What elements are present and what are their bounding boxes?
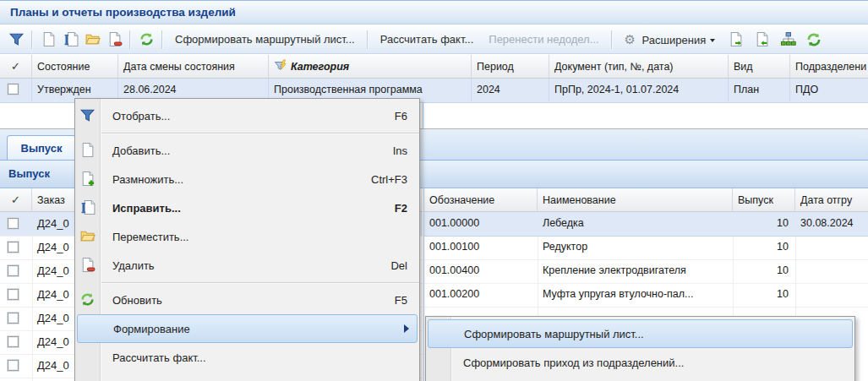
menu-separator: [75, 282, 419, 284]
menu-item-refresh[interactable]: ОбновитьF5: [75, 286, 419, 314]
submenu-arrow-icon: [404, 324, 409, 333]
column-header-kind[interactable]: Вид: [729, 55, 790, 79]
edit-document-icon: [79, 199, 96, 218]
plans-grid-header: ✓ Состояние Дата смены состояния Категор…: [0, 55, 868, 79]
move-folder-icon: [79, 228, 96, 247]
toolbar-separator: [31, 30, 33, 49]
column-header-code[interactable]: Обозначение: [424, 188, 538, 212]
formation-submenu: Сформировать маршрутный лист... Сформиро…: [425, 316, 855, 381]
filter-button[interactable]: [6, 30, 26, 50]
menu-item-filter[interactable]: Отобрать...F6: [75, 101, 419, 130]
submenu-item-route-sheet[interactable]: Сформировать маршрутный лист...: [428, 319, 853, 348]
column-header-check[interactable]: ✓: [0, 55, 32, 79]
window-title-bar: Планы и отчеты производства изделий: [0, 1, 868, 24]
menu-separator: [75, 133, 419, 134]
window-title: Планы и отчеты производства изделий: [10, 6, 236, 19]
panel-divider: [423, 102, 423, 128]
row-checkbox[interactable]: [8, 360, 19, 371]
column-header-department[interactable]: Подразделени: [790, 55, 868, 79]
toolbar: Сформировать маршрутный лист... Рассчита…: [0, 25, 868, 54]
delete-button[interactable]: [104, 30, 124, 50]
row-checkbox[interactable]: [8, 84, 19, 95]
cell-kind: План: [729, 79, 790, 101]
menu-item-edit[interactable]: Исправить...F2: [75, 193, 419, 222]
duplicate-document-icon: [79, 171, 96, 189]
toolbar-separator: [161, 30, 163, 49]
submenu-item-income[interactable]: Сформировать приход из подразделений...: [426, 348, 854, 377]
calc-fact-button[interactable]: Рассчитать факт...: [373, 33, 482, 46]
app-window: Планы и отчеты производства изделий Сфор…: [0, 0, 868, 381]
menu-item-move[interactable]: Переместить...: [75, 222, 419, 251]
import-button[interactable]: [751, 30, 772, 50]
menu-item-formation[interactable]: Формирование: [77, 314, 418, 343]
table-row[interactable]: 001.00400 Крепление электродвигателя 10: [424, 259, 868, 284]
edit-button[interactable]: [60, 30, 80, 50]
add-button[interactable]: [38, 30, 58, 50]
table-row[interactable]: 001.00100 Редуктор 10: [424, 236, 868, 260]
sync-button[interactable]: [804, 30, 824, 50]
filter-icon: [79, 107, 96, 126]
refresh-button[interactable]: [136, 30, 156, 50]
refresh-icon: [79, 291, 96, 310]
row-checkbox[interactable]: [8, 218, 19, 229]
tab-vypusk[interactable]: Выпуск: [7, 135, 76, 160]
column-header-check[interactable]: ✓: [0, 188, 32, 212]
export-button[interactable]: [725, 30, 745, 50]
column-header-state[interactable]: Состояние: [32, 55, 118, 79]
table-row[interactable]: 001.00200 Муфта упругая втулочно-пал... …: [424, 283, 868, 308]
row-checkbox[interactable]: [8, 265, 19, 276]
column-header-document[interactable]: Документ (тип, №, дата): [549, 55, 729, 79]
gear-icon: ⚙: [625, 32, 636, 46]
table-row[interactable]: 001.00000 Лебедка 10 30.08.2024: [424, 212, 868, 237]
filter-flash-icon: [274, 59, 287, 73]
form-route-sheet-button[interactable]: Сформировать маршрутный лист...: [167, 33, 363, 46]
column-header-ship-date[interactable]: Дата отгру: [795, 188, 868, 212]
carry-backlog-button: Перенести недодел...: [481, 33, 606, 46]
column-header-name[interactable]: Наименование: [538, 188, 733, 212]
row-checkbox[interactable]: [8, 242, 19, 253]
menu-item-duplicate[interactable]: Размножить...Ctrl+F3: [75, 165, 419, 193]
add-document-icon: [79, 142, 96, 161]
move-button[interactable]: [82, 30, 102, 50]
context-menu: Отобрать...F6 Добавить...Ins Размножить.…: [74, 98, 420, 381]
hierarchy-button[interactable]: [778, 30, 798, 50]
row-checkbox[interactable]: [8, 289, 19, 300]
column-header-state-date[interactable]: Дата смены состояния: [118, 55, 269, 79]
toolbar-separator: [611, 30, 613, 49]
menu-item-delete[interactable]: УдалитьDel: [75, 251, 419, 280]
column-header-category[interactable]: Категория: [269, 55, 472, 79]
cell-department: ПДО: [790, 79, 868, 101]
row-checkbox[interactable]: [8, 336, 19, 347]
column-header-qty[interactable]: Выпуск: [733, 188, 795, 212]
column-header-period[interactable]: Период: [472, 55, 549, 79]
toolbar-separator: [367, 30, 368, 49]
panel-title: Выпуск: [8, 167, 50, 180]
chevron-down-icon: [710, 39, 715, 42]
menu-item-calc-fact[interactable]: Рассчитать факт...: [75, 343, 419, 372]
cell-period: 2024: [472, 79, 549, 101]
row-checkbox[interactable]: [8, 313, 19, 324]
menu-item-add[interactable]: Добавить...Ins: [75, 136, 419, 165]
delete-document-icon: [79, 257, 96, 275]
toolbar-separator: [129, 30, 131, 49]
cell-document: ПрПр, 2024-1, 01.07.2024: [549, 79, 729, 101]
extensions-button[interactable]: ⚙ Расширения: [617, 32, 718, 47]
